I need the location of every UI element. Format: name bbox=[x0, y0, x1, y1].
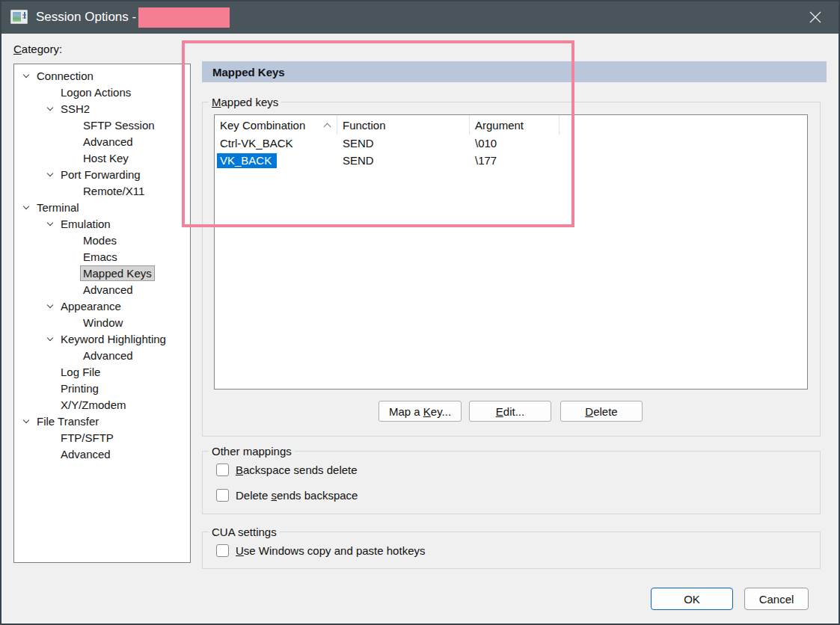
cancel-button[interactable]: Cancel bbox=[744, 588, 809, 610]
backspace-sends-delete-row: Backspace sends delete bbox=[216, 464, 358, 476]
expanded-chevron-icon[interactable] bbox=[19, 420, 34, 422]
tree-item-label: Terminal bbox=[34, 200, 82, 215]
tree-item-remote-x11[interactable]: Remote/X11 bbox=[14, 182, 190, 199]
function-cell: SEND bbox=[337, 154, 470, 167]
cua-settings-group: CUA settings Use Windows copy and paste … bbox=[202, 532, 821, 569]
table-row-vk-back[interactable]: VK_BACKSEND\177 bbox=[215, 152, 807, 169]
tree-item-label: Emacs bbox=[80, 249, 120, 265]
tree-item-label: Window bbox=[80, 315, 126, 330]
tree-item-logon-actions[interactable]: Logon Actions bbox=[14, 84, 190, 100]
category-label: Category: bbox=[13, 43, 62, 55]
tree-item-label: Printing bbox=[58, 381, 102, 396]
tree-item-window[interactable]: Window bbox=[14, 314, 190, 330]
delete-sends-backspace-row: Delete sends backspace bbox=[216, 489, 358, 502]
mapped-keys-group: Mapped keys Key Combination Function Arg… bbox=[202, 102, 821, 437]
selected-cell-highlight: VK_BACK bbox=[217, 153, 277, 168]
edit-button[interactable]: Edit... bbox=[469, 401, 551, 422]
tree-item-label: Advanced bbox=[80, 348, 136, 363]
category-tree: ConnectionLogon ActionsSSH2SFTP SessionA… bbox=[13, 64, 191, 563]
sort-ascending-icon bbox=[324, 123, 331, 130]
column-header-argument[interactable]: Argument bbox=[470, 115, 560, 135]
backspace-sends-delete-checkbox[interactable] bbox=[216, 464, 229, 476]
tree-item-advanced[interactable]: Advanced bbox=[14, 281, 190, 298]
tree-item-label: Advanced bbox=[80, 134, 136, 150]
tree-item-keyword-highlighting[interactable]: Keyword Highlighting bbox=[14, 330, 190, 347]
function-cell: SEND bbox=[337, 137, 470, 150]
tree-item-label: Log File bbox=[58, 364, 103, 380]
tree-item-label: Remote/X11 bbox=[80, 183, 147, 199]
session-options-dialog: Session Options - Category: ConnectionLo… bbox=[0, 0, 840, 625]
delete-sends-backspace-checkbox[interactable] bbox=[216, 489, 229, 502]
tree-item-host-key[interactable]: Host Key bbox=[14, 150, 190, 166]
expanded-chevron-icon[interactable] bbox=[19, 206, 34, 209]
tree-item-label: File Transfer bbox=[34, 413, 102, 429]
tree-item-modes[interactable]: Modes bbox=[14, 232, 190, 248]
other-mappings-group-label: Other mappings bbox=[209, 444, 295, 458]
tree-item-label: Mapped Keys bbox=[80, 265, 155, 281]
expanded-chevron-icon[interactable] bbox=[43, 338, 58, 340]
tree-item-label: Connection bbox=[34, 68, 96, 84]
mapped-keys-group-label: Mapped keys bbox=[209, 95, 281, 109]
tree-item-port-forwarding[interactable]: Port Forwarding bbox=[14, 166, 190, 182]
tree-item-advanced[interactable]: Advanced bbox=[14, 446, 190, 462]
ok-button[interactable]: OK bbox=[651, 588, 733, 610]
tree-item-label: Port Forwarding bbox=[58, 167, 144, 182]
other-mappings-group: Other mappings Backspace sends delete De… bbox=[202, 451, 821, 514]
column-header-key-combination[interactable]: Key Combination bbox=[215, 115, 337, 135]
tree-item-mapped-keys[interactable]: Mapped Keys bbox=[14, 265, 190, 281]
tree-item-label: X/Y/Zmodem bbox=[58, 397, 129, 413]
cua-settings-group-label: CUA settings bbox=[209, 525, 280, 539]
tree-item-printing[interactable]: Printing bbox=[14, 380, 190, 396]
tree-item-terminal[interactable]: Terminal bbox=[14, 199, 190, 215]
tree-item-label: SSH2 bbox=[58, 101, 93, 117]
page-title: Mapped Keys bbox=[202, 61, 827, 82]
tree-item-emulation[interactable]: Emulation bbox=[14, 215, 190, 232]
argument-cell: \177 bbox=[470, 154, 560, 167]
redaction-box bbox=[138, 7, 230, 28]
table-header: Key Combination Function Argument bbox=[215, 115, 807, 135]
column-header-function[interactable]: Function bbox=[337, 115, 470, 135]
tree-item-label: SFTP Session bbox=[80, 117, 158, 133]
tree-item-label: Advanced bbox=[58, 446, 114, 462]
tree-item-appearance[interactable]: Appearance bbox=[14, 298, 190, 314]
tree-item-label: Emulation bbox=[58, 216, 114, 232]
tree-item-label: Host Key bbox=[80, 150, 132, 166]
tree-item-label: Logon Actions bbox=[58, 84, 134, 100]
use-windows-hotkeys-label: Use Windows copy and paste hotkeys bbox=[236, 544, 425, 557]
tree-item-sftp-session[interactable]: SFTP Session bbox=[14, 117, 190, 133]
delete-button[interactable]: Delete bbox=[560, 401, 643, 422]
tree-item-ssh2[interactable]: SSH2 bbox=[14, 100, 190, 117]
table-row-ctrl-vk-back[interactable]: Ctrl-VK_BACKSEND\010 bbox=[215, 135, 807, 152]
tree-item-advanced[interactable]: Advanced bbox=[14, 347, 190, 363]
expanded-chevron-icon[interactable] bbox=[43, 305, 58, 307]
key-combination-cell: VK_BACK bbox=[215, 154, 337, 167]
mapped-keys-table[interactable]: Key Combination Function Argument Ctrl-V… bbox=[214, 114, 808, 390]
tree-item-advanced[interactable]: Advanced bbox=[14, 133, 190, 150]
tree-item-label: Appearance bbox=[58, 298, 124, 314]
tree-item-emacs[interactable]: Emacs bbox=[14, 248, 190, 265]
expanded-chevron-icon[interactable] bbox=[19, 75, 34, 77]
close-icon bbox=[808, 10, 823, 25]
tree-item-label: Advanced bbox=[80, 282, 136, 298]
map-a-key-button[interactable]: Map a Key... bbox=[378, 401, 462, 422]
table-body: Ctrl-VK_BACKSEND\010VK_BACKSEND\177 bbox=[215, 135, 807, 169]
tree-item-file-transfer[interactable]: File Transfer bbox=[14, 413, 190, 429]
window-title: Session Options - bbox=[36, 10, 136, 25]
tree-item-label: FTP/SFTP bbox=[58, 430, 117, 446]
use-windows-hotkeys-row: Use Windows copy and paste hotkeys bbox=[216, 544, 425, 557]
tree-item-ftp-sftp[interactable]: FTP/SFTP bbox=[14, 429, 190, 446]
column-header-filler bbox=[560, 115, 807, 135]
tree-item-label: Modes bbox=[80, 233, 120, 248]
tree-item-log-file[interactable]: Log File bbox=[14, 363, 190, 380]
tree-item-connection[interactable]: Connection bbox=[14, 67, 190, 84]
tree-item-x-y-zmodem[interactable]: X/Y/Zmodem bbox=[14, 396, 190, 413]
titlebar: Session Options - bbox=[0, 0, 840, 34]
expanded-chevron-icon[interactable] bbox=[43, 108, 58, 110]
key-combination-cell: Ctrl-VK_BACK bbox=[215, 137, 337, 150]
use-windows-hotkeys-checkbox[interactable] bbox=[216, 544, 229, 557]
expanded-chevron-icon[interactable] bbox=[43, 223, 58, 225]
backspace-sends-delete-label: Backspace sends delete bbox=[236, 464, 358, 476]
expanded-chevron-icon[interactable] bbox=[43, 173, 58, 176]
session-options-icon bbox=[10, 10, 28, 24]
close-button[interactable] bbox=[797, 0, 834, 34]
